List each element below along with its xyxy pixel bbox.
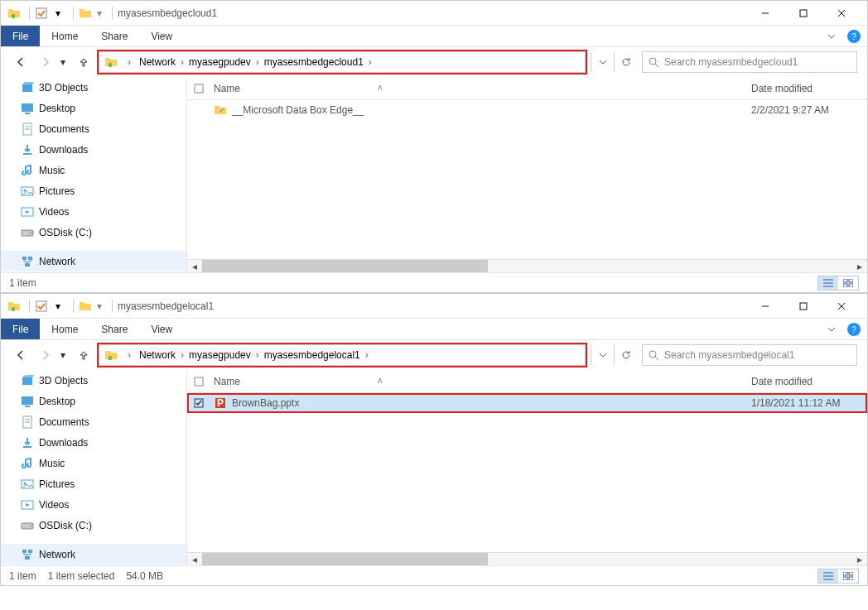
up-button[interactable]: [74, 52, 94, 72]
scrollbar-thumb[interactable]: [202, 553, 488, 565]
minimize-button[interactable]: [746, 1, 784, 26]
back-button[interactable]: [11, 52, 31, 72]
chevron-right-icon[interactable]: ›: [365, 56, 375, 68]
nav-item[interactable]: Pictures: [1, 473, 186, 494]
nav-item[interactable]: Desktop: [1, 98, 186, 118]
minimize-button[interactable]: [746, 294, 784, 319]
scroll-left-icon[interactable]: ◂: [187, 260, 202, 272]
address-dropdown-icon[interactable]: [591, 345, 614, 365]
breadcrumb-segment[interactable]: myasesmbedgelocal1: [263, 349, 362, 361]
up-button[interactable]: [74, 345, 94, 365]
nav-item[interactable]: Downloads: [1, 139, 186, 160]
scrollbar-thumb[interactable]: [202, 260, 488, 272]
back-button[interactable]: [11, 345, 31, 365]
nav-item[interactable]: Videos: [1, 494, 186, 515]
breadcrumb-segment[interactable]: myasegpudev: [187, 56, 253, 68]
row-checkbox[interactable]: [187, 398, 210, 408]
chevron-right-icon[interactable]: ›: [177, 56, 187, 68]
history-dropdown-icon[interactable]: ▾: [60, 56, 69, 68]
refresh-button[interactable]: [614, 345, 637, 365]
nav-item[interactable]: OSDisk (C:): [1, 222, 186, 243]
icons-view-icon[interactable]: [838, 276, 858, 290]
file-list-rows[interactable]: __Microsoft Data Box Edge__2/2/2021 9:27…: [187, 100, 867, 259]
column-date[interactable]: Date modified: [751, 83, 867, 94]
view-tab[interactable]: View: [139, 26, 184, 46]
search-box[interactable]: [642, 344, 857, 366]
file-row[interactable]: PBrownBag.pptx1/18/2021 11:12 AM: [187, 393, 867, 413]
checkbox-icon[interactable]: [35, 300, 48, 313]
navigation-pane[interactable]: 3D ObjectsDesktopDocumentsDownloadsMusic…: [1, 77, 187, 272]
column-date[interactable]: Date modified: [751, 376, 867, 387]
address-dropdown-icon[interactable]: [591, 52, 614, 72]
navigation-pane[interactable]: 3D ObjectsDesktopDocumentsDownloadsMusic…: [1, 370, 187, 565]
nav-item[interactable]: Downloads: [1, 432, 186, 453]
qat-dropdown-icon[interactable]: ▾: [95, 300, 104, 313]
scroll-right-icon[interactable]: ▸: [852, 260, 867, 272]
forward-button[interactable]: [36, 52, 55, 72]
nav-item[interactable]: Network: [1, 251, 186, 271]
ribbon-expand-icon[interactable]: [819, 26, 844, 46]
chevron-right-icon[interactable]: ›: [124, 56, 134, 68]
view-toggle[interactable]: [817, 569, 859, 584]
scroll-right-icon[interactable]: ▸: [852, 553, 867, 565]
home-tab[interactable]: Home: [40, 319, 89, 339]
share-tab[interactable]: Share: [89, 319, 139, 339]
nav-item[interactable]: Music: [1, 160, 186, 180]
nav-item[interactable]: Documents: [1, 118, 186, 139]
icons-view-icon[interactable]: [838, 569, 858, 583]
nav-item[interactable]: 3D Objects: [1, 370, 186, 391]
details-view-icon[interactable]: [818, 276, 838, 290]
breadcrumb-segment[interactable]: myasesmbedgecloud1: [263, 56, 365, 68]
home-tab[interactable]: Home: [40, 26, 89, 46]
breadcrumb-segment[interactable]: Network: [137, 349, 177, 361]
select-all-checkbox[interactable]: [187, 377, 210, 387]
breadcrumb-segment[interactable]: myasegpudev: [187, 349, 253, 361]
view-tab[interactable]: View: [139, 319, 184, 339]
address-bar[interactable]: › Network›myasegpudev›myasesmbedgecloud1…: [99, 51, 586, 73]
search-input[interactable]: [664, 56, 851, 68]
nav-item[interactable]: Documents: [1, 411, 186, 432]
nav-item[interactable]: OSDisk (C:): [1, 515, 186, 536]
qat-dropdown-icon[interactable]: ▾: [95, 7, 104, 20]
file-row[interactable]: __Microsoft Data Box Edge__2/2/2021 9:27…: [187, 100, 867, 120]
address-bar[interactable]: › Network›myasegpudev›myasesmbedgelocal1…: [99, 344, 586, 366]
chevron-right-icon[interactable]: ›: [362, 349, 372, 361]
details-view-icon[interactable]: [818, 569, 838, 583]
chevron-right-icon[interactable]: ›: [253, 56, 263, 68]
chevron-right-icon[interactable]: ›: [124, 349, 134, 361]
horizontal-scrollbar[interactable]: ◂ ▸: [187, 552, 867, 565]
close-button[interactable]: [822, 1, 861, 26]
nav-item[interactable]: Desktop: [1, 391, 186, 411]
checkbox-icon[interactable]: [35, 7, 48, 20]
breadcrumb-segment[interactable]: Network: [137, 56, 177, 68]
column-headers[interactable]: Nameᐱ Date modified: [187, 77, 867, 100]
chevron-right-icon[interactable]: ›: [177, 349, 187, 361]
forward-button[interactable]: [36, 345, 55, 365]
refresh-button[interactable]: [614, 52, 637, 72]
nav-item[interactable]: Music: [1, 453, 186, 473]
file-tab[interactable]: File: [1, 319, 40, 339]
search-box[interactable]: [642, 51, 857, 73]
qat-dropdown-icon[interactable]: ▾: [51, 7, 65, 20]
qat-dropdown-icon[interactable]: ▾: [51, 300, 65, 313]
file-list-rows[interactable]: PBrownBag.pptx1/18/2021 11:12 AM: [187, 393, 867, 552]
share-tab[interactable]: Share: [89, 26, 139, 46]
nav-item[interactable]: 3D Objects: [1, 77, 186, 98]
history-dropdown-icon[interactable]: ▾: [60, 349, 69, 361]
maximize-button[interactable]: [784, 294, 822, 319]
chevron-right-icon[interactable]: ›: [253, 349, 263, 361]
help-icon[interactable]: ?: [847, 323, 861, 336]
column-headers[interactable]: Nameᐱ Date modified: [187, 370, 867, 393]
help-icon[interactable]: ?: [847, 30, 861, 43]
search-input[interactable]: [664, 349, 851, 361]
ribbon-expand-icon[interactable]: [819, 319, 844, 339]
horizontal-scrollbar[interactable]: ◂ ▸: [187, 259, 867, 272]
nav-item[interactable]: Pictures: [1, 180, 186, 201]
select-all-checkbox[interactable]: [187, 84, 210, 94]
view-toggle[interactable]: [817, 276, 859, 291]
file-tab[interactable]: File: [1, 26, 40, 46]
maximize-button[interactable]: [784, 1, 822, 26]
nav-item[interactable]: Network: [1, 544, 186, 564]
close-button[interactable]: [822, 294, 861, 319]
scroll-left-icon[interactable]: ◂: [187, 553, 202, 565]
